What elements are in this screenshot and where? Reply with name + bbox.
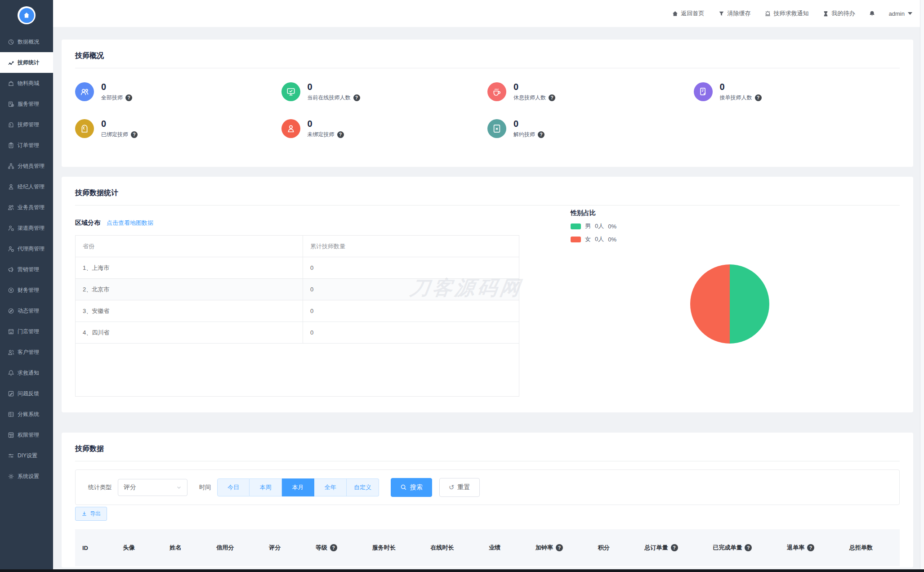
sidebar-item-permission-mgmt[interactable]: 权限管理 [0,425,53,445]
todo-hourglass-icon [822,10,829,17]
sidebar-item-material-mall[interactable]: 物料商城 [0,73,53,94]
sidebar-item-customer-mgmt[interactable]: 客户管理 [0,342,53,362]
sidebar-item-label: 求救通知 [18,369,39,377]
sidebar-item-system-settings[interactable]: 系统设置 [0,466,53,487]
divider [75,205,900,206]
count-cell: 0 [303,279,519,300]
user-menu[interactable]: admin [889,10,912,17]
my-todo-link[interactable]: 我的待办 [822,9,855,18]
stat-value: 0 [101,82,132,92]
stat-label: 全部技师 [101,94,123,102]
sidebar-item-sos-notice[interactable]: 求救通知 [0,362,53,383]
stat-label: 解约技师 [513,131,535,139]
bottom-edge-strip [0,569,924,572]
top-header: 返回首页 清除缓存 技师求救通知 我的待办 admin [53,0,924,27]
stats-row-2: 0 已绑定技师? 0 未绑定技师? 0 解约技师? [75,119,900,139]
help-icon[interactable]: ? [538,131,545,138]
notification-bell-button[interactable] [869,10,875,17]
help-icon[interactable]: ? [556,544,563,551]
sidebar-item-broker-mgmt[interactable]: 经纪人管理 [0,176,53,197]
shopping-bag-icon [8,80,14,87]
gender-ratio-block: 性别占比 男 0人 0% 女 0人 0% [571,209,616,243]
stat-label: 当前在线技师人数 [308,94,351,102]
reset-label: 重置 [458,483,470,492]
sidebar-item-salesman-mgmt[interactable]: 业务员管理 [0,197,53,218]
time-range-group: 今日 本周 本月 全年 自定义 [217,478,379,496]
feedback-pen-icon [8,390,14,397]
female-color-swatch [571,237,581,242]
sidebar-item-label: 营销管理 [18,266,39,273]
stat-unbound-technicians: 0 未绑定技师? [281,119,488,139]
sidebar-item-diy-settings[interactable]: DIY设置 [0,445,53,466]
app-logo[interactable] [18,6,36,24]
view-map-data-link[interactable]: 点击查看地图数据 [107,219,153,227]
sidebar-item-agency-mgmt[interactable]: 代理商管理 [0,238,53,259]
coffee-cup-icon [487,82,506,101]
help-icon[interactable]: ? [671,544,678,551]
page-scrollbar[interactable] [920,0,924,572]
sidebar-item-ledger-system[interactable]: 分账系统 [0,404,53,425]
column-total-orders: 总订单量? [645,544,678,552]
back-home-link[interactable]: 返回首页 [672,9,705,18]
time-option-this-week[interactable]: 本周 [250,478,282,496]
sidebar-menu: 数据概况 技师统计 物料商城 服务管理 技师管理 订单管理 分销员管理 经纪人管… [0,31,53,487]
column-credit-score: 信用分 [216,544,234,552]
bell-icon [869,10,875,17]
time-option-today[interactable]: 今日 [217,478,250,496]
sidebar-item-service-mgmt[interactable]: 服务管理 [0,94,53,114]
agency-person-icon [8,246,14,252]
sidebar-item-data-overview[interactable]: 数据概况 [0,31,53,52]
clear-cache-link[interactable]: 清除缓存 [718,9,751,18]
sidebar-item-technician-stats[interactable]: 技师统计 [0,52,53,73]
sidebar-item-feed-mgmt[interactable]: 动态管理 [0,300,53,321]
sidebar-item-distributor-mgmt[interactable]: 分销员管理 [0,156,53,176]
marketing-megaphone-icon [8,266,14,273]
help-icon[interactable]: ? [125,94,132,101]
line-chart-icon [8,59,14,66]
technician-hood-icon [8,121,14,128]
sidebar-item-label: 门店管理 [18,328,39,335]
column-points: 积分 [598,544,610,552]
help-icon[interactable]: ? [549,94,555,101]
help-icon[interactable]: ? [353,94,360,101]
stat-type-select[interactable]: 评分 [118,479,187,496]
help-icon[interactable]: ? [745,544,752,551]
stat-terminated-technicians: 0 解约技师? [487,119,694,139]
sidebar-item-label: 业务员管理 [18,204,45,211]
feed-compass-icon [8,308,14,314]
time-option-this-year[interactable]: 全年 [314,478,347,496]
reset-button[interactable]: ↺ 重置 [439,478,480,497]
sidebar-item-store-mgmt[interactable]: 门店管理 [0,321,53,342]
search-button[interactable]: 搜索 [391,478,432,497]
search-label: 搜索 [410,483,423,492]
help-icon[interactable]: ? [755,94,762,101]
sidebar-item-channel-mgmt[interactable]: 渠道商管理 [0,218,53,238]
sidebar-item-label: 订单管理 [18,142,39,149]
export-button[interactable]: 导出 [75,507,107,521]
sidebar-item-label: 分账系统 [18,411,39,418]
technician-data-card: 技师数据 统计类型 评分 时间 今日 本周 本月 全年 自定义 搜索 ↺ 重置 … [62,433,913,568]
time-option-this-month[interactable]: 本月 [282,478,314,496]
people-icon [75,82,94,101]
sidebar-item-feedback[interactable]: 问题反馈 [0,383,53,404]
sidebar-item-technician-mgmt[interactable]: 技师管理 [0,114,53,135]
time-option-custom[interactable]: 自定义 [347,478,379,496]
sidebar-item-marketing-mgmt[interactable]: 营销管理 [0,259,53,280]
order-clipboard-icon [8,142,14,149]
sidebar-item-label: 代理商管理 [18,245,45,253]
service-doc-icon [8,101,14,107]
customer-people-icon [8,349,14,356]
technician-sos-link[interactable]: 技师求救通知 [764,9,809,18]
sidebar-item-label: 系统设置 [18,473,39,480]
help-icon[interactable]: ? [807,544,814,551]
sidebar-item-label: 技师统计 [18,59,39,67]
alarm-icon [764,10,771,17]
divider [75,461,900,461]
help-icon[interactable]: ? [337,131,344,138]
help-icon[interactable]: ? [330,544,337,551]
sidebar-item-finance-mgmt[interactable]: 财务管理 [0,280,53,300]
sidebar-item-label: 经纪人管理 [18,183,45,191]
sidebar-item-order-mgmt[interactable]: 订单管理 [0,135,53,156]
help-icon[interactable]: ? [131,131,138,138]
male-count: 0人 [595,222,604,230]
